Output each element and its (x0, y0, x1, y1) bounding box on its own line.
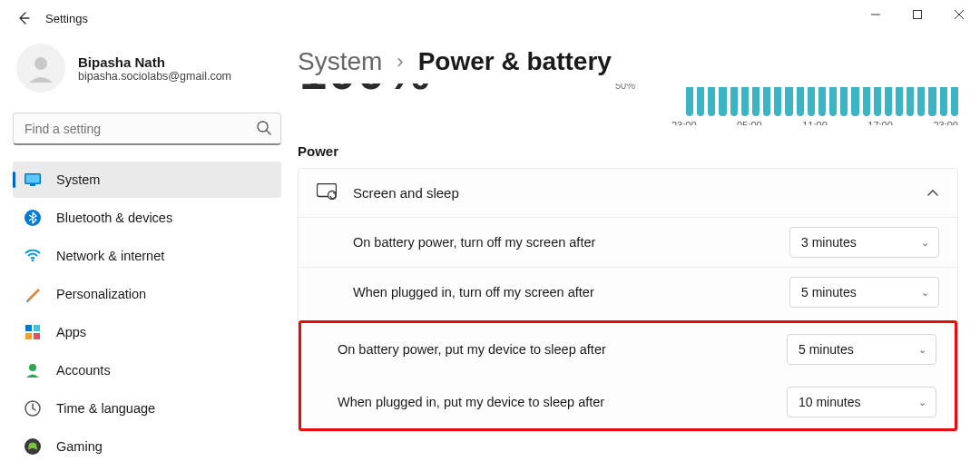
chart-bar (686, 87, 693, 116)
screen-off-plugged-dropdown[interactable]: 5 minutes ⌄ (789, 277, 939, 308)
svg-point-5 (258, 122, 268, 132)
chevron-down-icon: ⌄ (918, 344, 926, 356)
main-content: System › Power & battery 100% 50% 23:00 … (290, 36, 980, 471)
back-button[interactable] (7, 2, 40, 34)
svg-point-4 (34, 57, 47, 70)
dropdown-value: 5 minutes (799, 342, 854, 357)
accounts-icon (24, 361, 42, 379)
sleep-battery-dropdown[interactable]: 5 minutes ⌄ (787, 334, 936, 365)
sidebar-item-accounts[interactable]: Accounts (13, 352, 281, 388)
sidebar-item-network[interactable]: Network & internet (13, 238, 281, 274)
chart-bar (851, 87, 858, 116)
screen-and-sleep-title: Screen and sleep (353, 185, 910, 201)
wifi-icon (24, 247, 42, 265)
chart-bar (917, 87, 925, 116)
minimize-button[interactable] (855, 0, 897, 29)
dropdown-value: 5 minutes (801, 285, 857, 299)
xtick: 23:00 (671, 120, 697, 125)
profile-name: Bipasha Nath (78, 54, 231, 70)
sidebar-item-apps[interactable]: Apps (13, 314, 281, 350)
chart-bar (829, 87, 837, 116)
svg-rect-8 (26, 175, 40, 183)
svg-rect-13 (34, 325, 40, 331)
chart-bar (896, 87, 903, 116)
chart-x-axis: 23:00 05:00 11:00 17:00 23:00 (671, 120, 958, 125)
battery-percentage-large: 100% (299, 83, 432, 100)
sidebar-item-personalization[interactable]: Personalization (13, 276, 281, 312)
row-label: On battery power, turn off my screen aft… (353, 235, 595, 250)
chart-bar (818, 87, 826, 116)
sidebar-item-label: System (56, 172, 100, 187)
xtick: 23:00 (933, 120, 958, 125)
row-label: When plugged in, put my device to sleep … (338, 395, 604, 409)
svg-line-6 (267, 131, 270, 134)
battery-chart[interactable]: 50% 23:00 05:00 11:00 17:00 23:00 (650, 83, 958, 125)
chart-bar (940, 87, 947, 116)
svg-rect-1 (914, 11, 922, 19)
sleep-plugged-dropdown[interactable]: 10 minutes ⌄ (787, 387, 936, 417)
row-label: When plugged in, turn off my screen afte… (353, 285, 594, 299)
sidebar: Bipasha Nath bipasha.sociolabs@gmail.com… (0, 36, 290, 471)
battery-summary-cut: 100% 50% 23:00 05:00 11:00 17:00 23:00 (298, 83, 958, 125)
chart-bar (863, 87, 870, 116)
breadcrumb-separator: › (397, 50, 403, 74)
sidebar-item-bluetooth[interactable]: Bluetooth & devices (13, 200, 281, 236)
screen-off-battery-row: On battery power, turn off my screen aft… (299, 217, 957, 267)
sidebar-item-label: Network & internet (56, 249, 164, 263)
xtick: 11:00 (802, 120, 828, 125)
gaming-icon (24, 437, 42, 456)
maximize-button[interactable] (897, 0, 938, 29)
apps-icon (24, 323, 42, 341)
screen-sleep-icon (317, 183, 337, 202)
screen-off-battery-dropdown[interactable]: 3 minutes ⌄ (789, 227, 939, 258)
system-icon (24, 171, 42, 189)
profile-block[interactable]: Bipasha Nath bipasha.sociolabs@gmail.com (13, 36, 281, 109)
sidebar-item-label: Accounts (56, 363, 111, 378)
person-icon (24, 52, 57, 84)
bluetooth-icon (24, 209, 42, 227)
search-input[interactable] (13, 113, 281, 145)
screen-off-plugged-row: When plugged in, turn off my screen afte… (299, 267, 957, 317)
breadcrumb: System › Power & battery (298, 36, 958, 83)
chevron-down-icon: ⌄ (918, 397, 926, 408)
sidebar-item-time-language[interactable]: Time & language (13, 390, 281, 427)
back-arrow-icon (16, 11, 31, 25)
search-icon (256, 120, 272, 139)
window-controls (855, 0, 980, 29)
chevron-up-icon (926, 186, 939, 201)
close-button[interactable] (938, 0, 980, 29)
svg-rect-14 (25, 333, 32, 339)
sidebar-item-label: Apps (56, 325, 86, 339)
app-title: Settings (45, 12, 88, 25)
chart-bar (730, 87, 738, 116)
chart-bar (797, 87, 804, 116)
chart-bar (928, 87, 936, 116)
sidebar-item-label: Personalization (56, 287, 146, 301)
chart-bar (906, 87, 914, 116)
sidebar-item-gaming[interactable]: Gaming (13, 428, 281, 465)
screen-and-sleep-card: Screen and sleep On battery power, turn … (298, 168, 958, 432)
svg-point-11 (32, 260, 34, 262)
svg-rect-9 (30, 184, 35, 186)
breadcrumb-parent[interactable]: System (298, 47, 382, 76)
sidebar-item-label: Time & language (56, 401, 155, 416)
xtick: 17:00 (867, 120, 893, 125)
svg-rect-12 (25, 325, 32, 331)
nav-list: System Bluetooth & devices Network & int… (13, 162, 281, 465)
chevron-down-icon: ⌄ (921, 237, 929, 249)
profile-email: bipasha.sociolabs@gmail.com (78, 70, 231, 83)
sidebar-item-system[interactable]: System (13, 162, 281, 198)
chart-bar (840, 87, 848, 116)
sleep-plugged-row: When plugged in, put my device to sleep … (301, 376, 955, 428)
chart-y-label: 50% (615, 83, 635, 91)
search-box (13, 113, 281, 145)
dropdown-value: 10 minutes (799, 395, 860, 409)
screen-and-sleep-header[interactable]: Screen and sleep (299, 169, 957, 217)
xtick: 05:00 (737, 120, 762, 125)
sleep-battery-row: On battery power, put my device to sleep… (301, 323, 955, 376)
chart-bar (774, 87, 781, 116)
chart-bar (785, 87, 792, 116)
avatar (16, 44, 65, 93)
sidebar-item-label: Bluetooth & devices (56, 211, 172, 225)
chart-bar (808, 87, 815, 116)
